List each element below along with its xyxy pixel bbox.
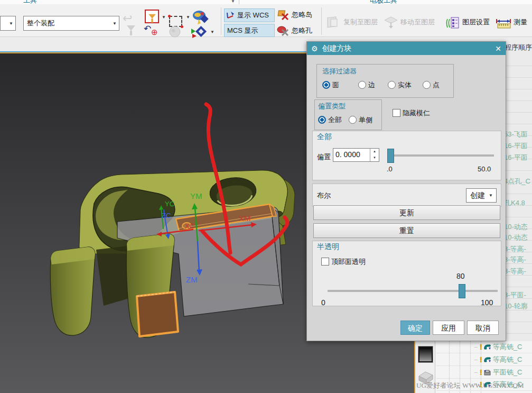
offset-slider-thumb[interactable] (387, 149, 394, 163)
program-row[interactable]: 3-等高- (505, 267, 532, 276)
checkbox-icon[interactable] (393, 109, 400, 117)
yc-label: YC (165, 200, 174, 208)
assembly-scope-combo[interactable]: 整个装配▼ (23, 16, 119, 31)
show-wcs-label: 显示 WCS (237, 11, 269, 20)
tree-connector: ┈ (474, 344, 478, 350)
operation-row[interactable]: ┈ ! 等高铣_C (436, 341, 532, 353)
transparency-panel: 半透明 顶部面透明 80 0 100 (312, 241, 501, 306)
filter-option-edge[interactable]: 边 (358, 80, 375, 90)
material-swatch[interactable] (418, 346, 433, 362)
top-face-transparent-checkbox[interactable]: 顶部面透明 (321, 257, 366, 267)
divider (221, 7, 221, 35)
show-wcs-button[interactable]: 显示 WCS (224, 8, 275, 22)
chevron-down-icon[interactable]: ▼ (210, 30, 214, 34)
transparency-slider-track[interactable] (328, 290, 498, 292)
filter-option-point[interactable]: 点 (423, 80, 440, 90)
operation-row[interactable]: ┈ ! 等高铣_C (436, 354, 532, 366)
operation-label[interactable]: 平面铣_C (493, 368, 522, 377)
cancel-button[interactable]: 取消 (467, 321, 499, 335)
program-row[interactable]: 10-动态 (505, 233, 532, 242)
offset-value-spinner[interactable]: 0. 0000 ▲▼ (333, 148, 379, 162)
watermark-text: UG爱好者论坛 WWW.UGSNX.COM (416, 381, 531, 390)
filter-option-face[interactable]: 面 (322, 80, 339, 90)
chevron-down-icon[interactable]: ▼ (231, 0, 235, 4)
snap-point-filter-icon[interactable] (145, 10, 159, 23)
sphere-disabled-icon (168, 25, 182, 38)
offset-type-all[interactable]: 全部 (318, 115, 342, 125)
ok-button[interactable]: 确定 (400, 321, 430, 335)
offset-label: 偏置 (317, 152, 331, 162)
offset-value[interactable]: 0. 0000 (333, 149, 370, 161)
palette-icon[interactable] (191, 8, 209, 25)
gear-icon: ⚙ (311, 44, 318, 53)
program-order-panel[interactable]: 程序顺序 53-飞面 16-平面 16-平面 4点孔_C 孔K4.8 10-动态… (505, 41, 532, 341)
boolean-panel: 布尔 创建 ▼ (312, 184, 501, 207)
operation-navigator[interactable]: ┈ ! 等高铣_C ┈ ! 等高铣_C ┈ ! 平面铣_C ┈ ! 等高铣_C … (415, 341, 532, 393)
dialog-title-bar[interactable]: ⚙ 创建方块 ✕ (307, 42, 506, 55)
filter-combo[interactable]: ▼ (0, 16, 16, 31)
program-row[interactable]: 10-动态 (505, 222, 532, 232)
copy-to-layer-icon (325, 15, 341, 30)
program-row[interactable]: 3-平面- (505, 290, 532, 300)
checkbox-icon[interactable] (321, 258, 329, 266)
wcs-axis-icon (226, 11, 235, 20)
program-order-header: 程序顺序 (505, 43, 532, 52)
program-row[interactable]: 孔K4.8 (505, 198, 532, 208)
apply-button[interactable]: 应用 (433, 321, 464, 335)
hide-core-checkbox[interactable]: 隐藏模仁 (393, 108, 430, 118)
ignore-island-button[interactable]: 忽略岛 (277, 8, 312, 21)
radio-icon[interactable] (423, 81, 431, 89)
divider (239, 0, 239, 4)
offset-type-single[interactable]: 单侧 (349, 115, 372, 125)
program-row[interactable]: 10-轮廓 (505, 301, 532, 311)
close-icon[interactable]: ✕ (495, 44, 501, 53)
divider (321, 7, 322, 35)
warning-icon: ! (480, 355, 482, 364)
layer-settings-button[interactable]: 图层设置 (445, 15, 490, 30)
spin-up-icon[interactable]: ▲ (370, 149, 379, 155)
operation-label[interactable]: 等高铣_C (493, 355, 522, 364)
transparency-slider-thumb[interactable] (459, 284, 465, 298)
selected-face-square[interactable] (137, 292, 178, 336)
radio-icon[interactable] (349, 116, 357, 124)
offset-slider-max: 50.0 (478, 165, 491, 173)
xm-label: XM (239, 214, 251, 223)
mcs-display-button[interactable]: MCS 显示 (224, 24, 275, 37)
warning-icon: ! (480, 368, 482, 377)
create-block-dialog: ⚙ 创建方块 ✕ 选择过滤器 面 边 实体 点 偏置类型 全部 单侧 隐藏模仁 … (306, 41, 506, 341)
measure-button[interactable]: 测量 (496, 15, 527, 30)
program-row[interactable]: 16-平面 (505, 141, 532, 151)
reset-button[interactable]: 重置 (313, 223, 500, 238)
program-row[interactable]: 3-等高- (505, 244, 532, 254)
boolean-select[interactable]: 创建 ▼ (466, 188, 497, 203)
radio-icon[interactable] (388, 81, 396, 89)
crosshair-icon[interactable]: ⊕ (151, 28, 158, 37)
filter-option-solid[interactable]: 实体 (388, 80, 412, 90)
program-row[interactable]: 4点孔_C (505, 177, 532, 186)
update-button[interactable]: 更新 (313, 205, 500, 220)
operation-label[interactable]: 等高铣_C (493, 342, 522, 352)
operation-row[interactable]: ┈ ! 平面铣_C (436, 367, 532, 379)
rotate-icon[interactable]: ↶ (144, 23, 151, 34)
menu-tools[interactable]: 工具 (23, 0, 37, 4)
radio-selected-icon[interactable] (318, 116, 326, 124)
mcs-display-label: MCS 显示 (227, 26, 258, 35)
ignore-hole-button[interactable]: 忽略孔 (277, 24, 312, 37)
spin-down-icon[interactable]: ▼ (370, 155, 379, 161)
program-row[interactable]: 53-飞面 (505, 130, 532, 139)
chevron-down-icon: ▼ (489, 193, 496, 198)
radio-icon[interactable] (358, 81, 366, 89)
offset-slider-track[interactable] (388, 154, 494, 157)
move-to-layer-icon (384, 15, 398, 30)
program-row[interactable]: 16-平面 (505, 153, 532, 162)
transparency-title: 半透明 (317, 242, 339, 252)
chevron-down-icon[interactable]: ▼ (162, 15, 166, 20)
tree-connector: ┈ (474, 370, 478, 376)
radio-selected-icon[interactable] (322, 81, 330, 89)
chevron-down-icon[interactable]: ▼ (186, 15, 190, 20)
zlevel-mill-icon (483, 357, 491, 363)
selection-filter-group: 选择过滤器 面 边 实体 点 (316, 64, 454, 98)
offset-type-title: 偏置类型 (318, 102, 346, 111)
view-orient-cube-icon[interactable] (190, 25, 208, 39)
program-row[interactable]: 3-等高- (505, 255, 532, 264)
